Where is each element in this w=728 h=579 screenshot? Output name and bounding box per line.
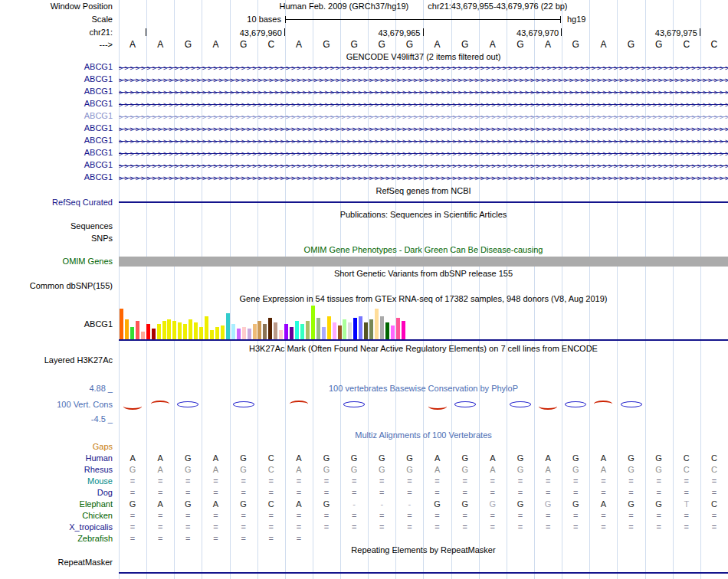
gtex-expression-bar[interactable] <box>141 332 145 339</box>
sequences-label[interactable]: Sequences <box>0 221 119 232</box>
transcript-line[interactable]: >>>>>>>>>>>>>>>>>>>>>>>>>>>>>>>>>>>>>>>>… <box>119 111 728 123</box>
gtex-expression-bar[interactable] <box>146 324 150 339</box>
gtex-expression-bar[interactable] <box>172 321 176 339</box>
gene-label[interactable]: ABCG1 <box>0 74 119 87</box>
gene-label[interactable]: ABCG1 <box>0 62 119 74</box>
transcript-line[interactable]: >>>>>>>>>>>>>>>>>>>>>>>>>>>>>>>>>>>>>>>>… <box>119 123 728 136</box>
species-label-mouse[interactable]: Mouse <box>0 476 119 487</box>
gtex-expression-bar[interactable] <box>178 322 182 339</box>
gtex-expression-bar[interactable] <box>290 327 293 339</box>
gtex-expression-bar[interactable] <box>157 324 161 339</box>
species-label-human[interactable]: Human <box>0 453 119 464</box>
species-label-chicken[interactable]: Chicken <box>0 510 119 522</box>
repeatmasker-label[interactable]: RepeatMasker <box>0 556 119 568</box>
gtex-expression-bar[interactable] <box>199 327 203 339</box>
gtex-expression-bar[interactable] <box>205 316 208 339</box>
gtex-expression-bar[interactable] <box>231 324 235 339</box>
gene-label[interactable]: ABCG1 <box>0 99 119 111</box>
gtex-expression-bar[interactable] <box>152 329 156 339</box>
gtex-expression-bar[interactable] <box>253 324 257 339</box>
transcript-line[interactable]: >>>>>>>>>>>>>>>>>>>>>>>>>>>>>>>>>>>>>>>>… <box>119 99 728 111</box>
gtex-expression-bar[interactable] <box>306 321 310 339</box>
transcript-line[interactable]: >>>>>>>>>>>>>>>>>>>>>>>>>>>>>>>>>>>>>>>>… <box>119 62 728 74</box>
alignment-base: = <box>313 522 340 533</box>
dbsnp-label[interactable]: Common dbSNP(155) <box>0 280 119 293</box>
gtex-expression-bar[interactable] <box>316 318 320 339</box>
gtex-expression-bar[interactable] <box>311 306 315 339</box>
multiz-alignment-rows: HumanAAGAGCAGGGGAGAGAGAGGCCRhesusGAGAGCA… <box>0 453 728 545</box>
omim-genes-label[interactable]: OMIM Genes <box>0 256 119 267</box>
gtex-expression-bar[interactable] <box>364 322 368 339</box>
refseq-gene-line[interactable] <box>119 201 728 203</box>
gtex-expression-bar[interactable] <box>248 329 251 339</box>
transcript-line[interactable]: >>>>>>>>>>>>>>>>>>>>>>>>>>>>>>>>>>>>>>>>… <box>119 148 728 160</box>
gtex-expression-bar[interactable] <box>189 319 192 339</box>
omim-gene-bar[interactable] <box>119 257 728 267</box>
gtex-expression-bar[interactable] <box>274 322 277 339</box>
gtex-expression-bar[interactable] <box>268 318 272 339</box>
gtex-expression-bar[interactable] <box>396 318 400 339</box>
gtex-expression-bar[interactable] <box>333 322 336 339</box>
gene-label[interactable]: ABCG1 <box>0 111 119 123</box>
transcript-line[interactable]: >>>>>>>>>>>>>>>>>>>>>>>>>>>>>>>>>>>>>>>>… <box>119 87 728 99</box>
gtex-expression-bar[interactable] <box>167 319 171 339</box>
gene-label[interactable]: ABCG1 <box>0 123 119 136</box>
transcript-line[interactable]: >>>>>>>>>>>>>>>>>>>>>>>>>>>>>>>>>>>>>>>>… <box>119 136 728 148</box>
gtex-gene-label[interactable]: ABCG1 <box>0 305 119 342</box>
gtex-expression-bar[interactable] <box>375 309 379 339</box>
gtex-expression-bar[interactable] <box>162 321 166 339</box>
gtex-expression-bar[interactable] <box>237 329 241 339</box>
gtex-expression-bar[interactable] <box>391 325 395 339</box>
gtex-expression-bar[interactable] <box>226 313 230 339</box>
gene-label[interactable]: ABCG1 <box>0 136 119 148</box>
gtex-expression-bar[interactable] <box>194 322 198 339</box>
alignment-base: = <box>645 476 673 487</box>
gtex-expression-bar[interactable] <box>279 330 283 339</box>
species-label-x_tropicalis[interactable]: X_tropicalis <box>0 522 119 533</box>
gtex-expression-bar[interactable] <box>338 325 342 339</box>
h3k27ac-label[interactable]: Layered H3K27Ac <box>0 355 119 382</box>
coordinate-ruler[interactable]: 43,679,96043,679,96543,679,97043,679,975 <box>119 26 728 38</box>
alignment-row: Chicken====================== <box>0 510 728 522</box>
species-label-zebrafish[interactable]: Zebrafish <box>0 533 119 545</box>
gtex-expression-bar[interactable] <box>284 324 288 339</box>
species-label-dog[interactable]: Dog <box>0 487 119 499</box>
gene-label[interactable]: ABCG1 <box>0 148 119 160</box>
gtex-expression-bar[interactable] <box>359 316 362 339</box>
gtex-expression-bar[interactable] <box>130 327 134 339</box>
gtex-expression-bar[interactable] <box>263 324 267 339</box>
gtex-expression-bar[interactable] <box>242 327 246 339</box>
gtex-expression-bar[interactable] <box>385 322 389 339</box>
gtex-expression-bar[interactable] <box>221 325 225 339</box>
gene-label[interactable]: ABCG1 <box>0 160 119 172</box>
transcript-line[interactable]: >>>>>>>>>>>>>>>>>>>>>>>>>>>>>>>>>>>>>>>>… <box>119 74 728 87</box>
gtex-expression-bar[interactable] <box>183 324 187 339</box>
species-label-elephant[interactable]: Elephant <box>0 499 119 510</box>
gtex-expression-bar[interactable] <box>257 321 261 339</box>
gtex-expression-bar[interactable] <box>369 319 373 339</box>
transcript-line[interactable]: >>>>>>>>>>>>>>>>>>>>>>>>>>>>>>>>>>>>>>>>… <box>119 172 728 185</box>
snps-label[interactable]: SNPs <box>0 232 119 244</box>
gtex-expression-bar[interactable] <box>343 319 346 339</box>
gene-label[interactable]: ABCG1 <box>0 172 119 185</box>
gtex-expression-bar[interactable] <box>353 318 357 339</box>
gtex-expression-bar[interactable] <box>300 324 304 339</box>
gtex-expression-bar[interactable] <box>348 322 352 339</box>
alignment-base: = <box>174 533 202 545</box>
gtex-expression-bar[interactable] <box>125 319 129 339</box>
conservation-label[interactable]: 100 Vert. Cons <box>0 394 119 414</box>
gtex-expression-bar[interactable] <box>322 327 326 339</box>
gene-label[interactable]: ABCG1 <box>0 87 119 99</box>
gtex-expression-bar[interactable] <box>215 327 219 339</box>
gtex-expression-bar[interactable] <box>327 316 331 339</box>
gtex-expression-bar[interactable] <box>210 330 214 339</box>
refseq-curated-label[interactable]: RefSeq Curated <box>0 197 119 208</box>
gtex-expression-bar[interactable] <box>120 309 123 339</box>
species-label-rhesus[interactable]: Rhesus <box>0 464 119 476</box>
gtex-expression-bar[interactable] <box>380 316 384 339</box>
alignment-base <box>507 533 534 545</box>
gtex-expression-bar[interactable] <box>295 321 299 339</box>
transcript-line[interactable]: >>>>>>>>>>>>>>>>>>>>>>>>>>>>>>>>>>>>>>>>… <box>119 160 728 172</box>
gtex-expression-bar[interactable] <box>402 321 405 339</box>
gtex-expression-bar[interactable] <box>136 321 139 339</box>
